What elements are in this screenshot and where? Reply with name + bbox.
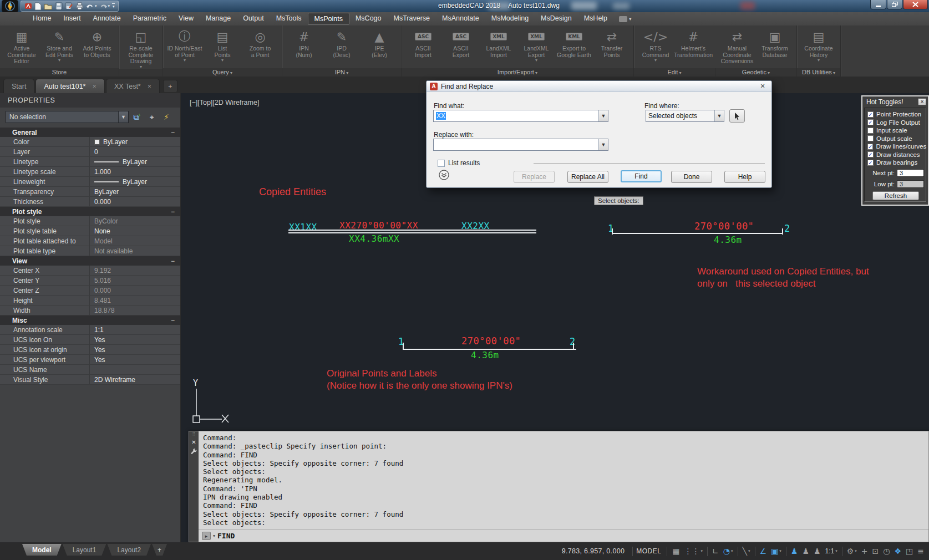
done-button[interactable]: Done — [671, 171, 712, 183]
menu-tab-msdesign[interactable]: MsDesign — [535, 13, 578, 25]
drag-grip-icon[interactable]: ⠿ — [192, 432, 196, 436]
refresh-button[interactable]: Refresh — [872, 191, 919, 200]
collapse-icon[interactable]: − — [171, 208, 175, 216]
panel-title-store[interactable]: Store — [0, 68, 119, 77]
property-row-lineweight[interactable]: LineweightByLayer — [0, 177, 180, 187]
panel-title-db-utilities[interactable]: DB Utilities ▾ — [797, 68, 840, 77]
object-snap-tracking-icon[interactable]: ∠ — [758, 546, 769, 557]
replace-button[interactable]: Replace — [514, 171, 555, 183]
ribbon-button-landxml-import[interactable]: XMLLandXML Import — [480, 27, 517, 58]
ribbon-button-store-and-edit-points[interactable]: ✎Store and Edit Points▾ — [41, 27, 78, 62]
isoplane-icon[interactable]: ╲▾ — [741, 546, 752, 557]
copied-entity-line[interactable] — [288, 230, 536, 231]
toggle-output-scale[interactable]: Output scale — [867, 135, 924, 143]
command-input-row[interactable]: ▸ ▾ FIND — [199, 530, 928, 542]
ribbon-button-export-to-google-earth[interactable]: KMLExport to Google Earth — [556, 27, 592, 58]
copied-point1-label[interactable]: XX1XX — [289, 222, 317, 232]
menu-tab-msmodeling[interactable]: MsModeling — [485, 13, 535, 25]
property-row-linetype[interactable]: LinetypeByLayer — [0, 157, 180, 167]
command-options-icon[interactable]: ▸ — [202, 532, 211, 540]
toggle-point-protection[interactable]: ✓Point Protection — [867, 110, 924, 119]
list-results-checkbox[interactable] — [438, 160, 445, 167]
ribbon-button-re-scale-complete-drawing[interactable]: ◱Re-scale Complete Drawing▾ — [123, 27, 159, 69]
selected-point2-label[interactable]: 2 — [784, 223, 790, 234]
ribbon-button-list-points[interactable]: ▤List Points▾ — [204, 27, 241, 62]
doc-tab-auto-test101[interactable]: Auto test101*✕ — [35, 79, 105, 93]
original-distance-label[interactable]: 4.36m — [471, 350, 499, 360]
ribbon-button-id-north-east-of-point[interactable]: ⓘID North/East of Point▾ — [166, 27, 203, 62]
ribbon-button-ipd-desc[interactable]: ✎IPD (Desc) — [323, 27, 360, 58]
hot-toggles-titlebar[interactable]: Hot Toggles! ✕ — [862, 96, 928, 107]
selection-dropdown[interactable]: No selection ▼ — [6, 111, 129, 123]
object-snap-icon[interactable]: ▣▾ — [769, 546, 783, 557]
close-button[interactable] — [903, 0, 928, 9]
command-close-icon[interactable]: ✕ — [191, 439, 196, 445]
toggle-draw-distances[interactable]: ✓Draw distances — [867, 151, 924, 159]
menu-tab-mscogo[interactable]: MsCogo — [349, 13, 388, 25]
ribbon-button-ascii-import[interactable]: ASCASCII Import — [405, 27, 441, 58]
save-icon[interactable] — [55, 2, 63, 10]
property-row-plot-style[interactable]: Plot styleByColor — [0, 216, 180, 226]
panel-title-geodetic[interactable]: Geodetic ▾ — [715, 68, 796, 77]
property-row-plot-style-table[interactable]: Plot style tableNone — [0, 226, 180, 236]
layout-tab-layout2[interactable]: Layout2 — [107, 544, 151, 556]
menu-tab-mstools[interactable]: MsTools — [270, 13, 308, 25]
workspace-gear-icon[interactable]: ⚙▾ — [845, 546, 859, 557]
properties-header[interactable]: PROPERTIES — [0, 93, 180, 108]
restore-button[interactable] — [887, 0, 902, 9]
ribbon-button-ipn-num[interactable]: #IPN (Num) — [286, 27, 322, 58]
section-header-general[interactable]: General− — [0, 128, 180, 137]
layout-tab-layout1[interactable]: Layout1 — [63, 544, 106, 556]
toggle-log-file-output[interactable]: ✓Log File Output — [867, 119, 924, 127]
help-button[interactable]: Help — [724, 171, 765, 183]
recent-commands-icon[interactable]: ▾ — [213, 533, 215, 538]
panel-title-import-export[interactable]: Import/Export ▾ — [402, 68, 633, 77]
close-tab-icon[interactable]: ✕ — [92, 84, 97, 89]
select-objects-icon[interactable]: ⌖ — [146, 111, 158, 123]
property-row-width[interactable]: Width18.878 — [0, 306, 180, 315]
section-header-plot-style[interactable]: Plot style− — [0, 207, 180, 216]
property-row-linetype-scale[interactable]: Linetype scale1.000 — [0, 167, 180, 177]
checkbox-point-protection[interactable]: ✓ — [867, 111, 874, 118]
property-row-plot-table-attached-to[interactable]: Plot table attached toModel — [0, 236, 180, 246]
ribbon-button-add-points-to-objects[interactable]: ⊕Add Points to Objects — [79, 27, 115, 58]
expand-options-button[interactable] — [439, 170, 449, 180]
checkbox-log-file-output[interactable]: ✓ — [867, 119, 874, 125]
redo-dropdown-icon[interactable]: ▾ — [108, 4, 110, 8]
annotation-scale-icon[interactable]: ♟ — [812, 546, 823, 557]
fullscreen-icon[interactable]: ◳ — [904, 546, 915, 557]
viewport-controls[interactable]: [−][Top][2D Wireframe] — [190, 99, 259, 106]
command-history[interactable]: Command:Command: _pasteclip Specify inse… — [199, 431, 928, 530]
minimize-button[interactable] — [870, 0, 886, 9]
property-row-layer[interactable]: Layer0 — [0, 147, 180, 157]
property-row-annotation-scale[interactable]: Annotation scale1:1 — [0, 325, 180, 335]
checkbox-draw-lines-curves[interactable]: ✓ — [867, 144, 873, 150]
next-pt-input[interactable]: 3 — [897, 169, 924, 177]
doc-tab-xx-test[interactable]: XX Test*✕ — [106, 79, 160, 93]
menu-tab-manage[interactable]: Manage — [200, 13, 237, 25]
find-where-dropdown[interactable]: Selected objects ▼ — [646, 110, 724, 122]
wrench-icon[interactable] — [190, 448, 197, 455]
checkbox-draw-distances[interactable]: ✓ — [867, 151, 874, 157]
collapse-icon[interactable]: − — [171, 129, 175, 136]
command-input-value[interactable]: FIND — [217, 532, 235, 540]
ribbon-button-rts-command[interactable]: </>RTS Command▾ — [637, 27, 674, 62]
clean-screen-clock-icon[interactable]: ◷ — [881, 546, 891, 557]
property-row-transparency[interactable]: TransparencyByLayer — [0, 187, 180, 197]
find-button[interactable]: Find — [621, 170, 662, 182]
dialog-close-icon[interactable]: ✕ — [757, 83, 768, 90]
app-logo[interactable] — [2, 0, 18, 12]
undo-icon[interactable]: ▾ — [86, 3, 97, 10]
checkbox-output-scale[interactable] — [867, 135, 874, 141]
ribbon-button-ipe-elev[interactable]: ▲IPE (Elev) — [361, 27, 398, 58]
copied-dimension-line[interactable] — [288, 232, 536, 233]
property-row-center-z[interactable]: Center Z0.000 — [0, 286, 180, 296]
toggle-input-scale[interactable]: Input scale — [867, 126, 924, 135]
layout-tab-model[interactable]: Model — [22, 544, 62, 556]
find-what-dropdown-icon[interactable]: ▼ — [598, 110, 608, 121]
copied-distance-label[interactable]: XX4.36mXX — [349, 233, 399, 244]
ribbon-button-manual-coordinate-conversions[interactable]: ⇄Manual Coordinate Conversions — [719, 27, 755, 65]
property-row-plot-table-type[interactable]: Plot table typeNot available — [0, 246, 180, 256]
section-header-view[interactable]: View− — [0, 256, 180, 266]
menu-tab-home[interactable]: Home — [27, 13, 57, 25]
